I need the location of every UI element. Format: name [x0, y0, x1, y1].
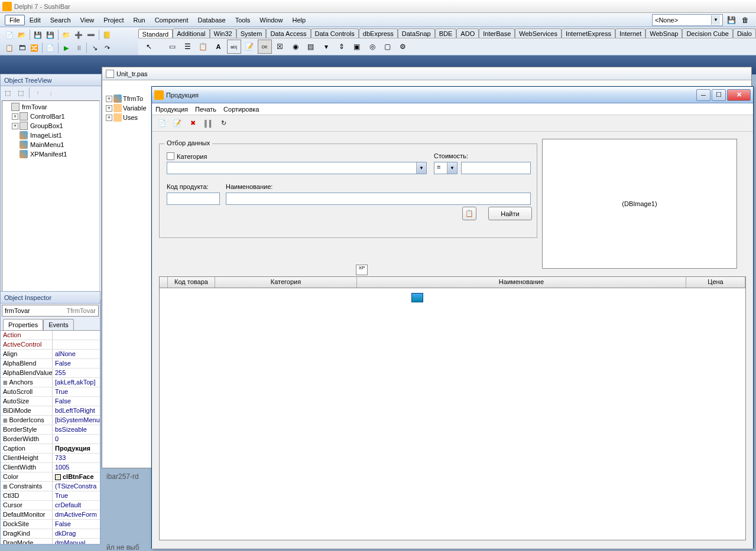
- menu-search[interactable]: Search: [46, 15, 76, 25]
- panel-icon[interactable]: ▢: [381, 40, 395, 54]
- desktop-combo[interactable]: <None> ▼: [652, 14, 723, 26]
- cost-input[interactable]: [461, 162, 531, 174]
- cost-operator-combo[interactable]: = ▼: [434, 162, 458, 174]
- tree-item-groupbox[interactable]: + GroupBox1: [4, 121, 98, 131]
- scrollbar-icon[interactable]: ⇕: [335, 40, 349, 54]
- grid-col-name[interactable]: Наименование: [357, 277, 686, 288]
- tab-internet[interactable]: Internet: [615, 28, 645, 38]
- tree-item-controlbar[interactable]: + ControlBar1: [4, 112, 98, 121]
- radiogroup-icon[interactable]: ◎: [365, 40, 379, 54]
- tree-btn2-icon[interactable]: ⬚: [15, 87, 27, 99]
- prop-value[interactable]: alNone: [53, 350, 100, 358]
- prop-value[interactable]: True: [53, 387, 100, 396]
- tab-dialogs[interactable]: Dialo: [733, 28, 756, 38]
- grid-col-category[interactable]: Категория: [215, 277, 357, 288]
- prop-row-align[interactable]: AlignalNone: [1, 350, 100, 359]
- prop-row-caption[interactable]: CaptionПродукция: [1, 444, 100, 454]
- save-all-icon[interactable]: 💾: [44, 29, 56, 41]
- toggle-icon[interactable]: 🔀: [28, 42, 40, 54]
- prop-row-activecontrol[interactable]: ActiveControl: [1, 340, 100, 350]
- remove-file-icon[interactable]: ➖: [85, 29, 97, 41]
- prop-row-color[interactable]: ColorclBtnFace: [1, 472, 100, 482]
- prop-value[interactable]: (TSizeConstra: [53, 482, 100, 491]
- menu-edit[interactable]: Edit: [25, 15, 46, 25]
- tree-up-icon[interactable]: ↑: [32, 87, 44, 99]
- tab-events[interactable]: Events: [43, 319, 74, 330]
- tab-standard[interactable]: Standard: [138, 29, 173, 38]
- mainmenu-icon[interactable]: ☰: [181, 40, 195, 54]
- prop-row-docksite[interactable]: DockSiteFalse: [1, 520, 100, 529]
- prop-row-constraints[interactable]: Constraints(TSizeConstra: [1, 482, 100, 491]
- open-project-icon[interactable]: 📁: [60, 29, 72, 41]
- close-button[interactable]: ✕: [727, 89, 751, 101]
- tab-ado[interactable]: ADO: [456, 28, 479, 38]
- form-menu-print[interactable]: Печать: [195, 106, 216, 113]
- tb-columns-icon[interactable]: ║║: [202, 117, 215, 130]
- tree-item-frmtovar[interactable]: frmTovar: [4, 102, 98, 112]
- grid-body[interactable]: [159, 288, 746, 540]
- form-menu-product[interactable]: Продукция: [155, 106, 188, 113]
- open-icon[interactable]: 📂: [16, 29, 28, 41]
- tab-interbase[interactable]: InterBase: [479, 28, 515, 38]
- expand-icon[interactable]: +: [106, 115, 112, 121]
- prop-value[interactable]: Продукция: [53, 444, 100, 453]
- menu-view[interactable]: View: [76, 15, 99, 25]
- run-icon[interactable]: ▶: [60, 42, 72, 54]
- tab-bde[interactable]: BDE: [435, 28, 457, 38]
- tree-btn1-icon[interactable]: ⬚: [2, 87, 14, 99]
- tab-data-access[interactable]: Data Access: [266, 28, 310, 38]
- prop-row-dragmode[interactable]: DragModedmManual: [1, 539, 100, 544]
- menu-run[interactable]: Run: [128, 15, 150, 25]
- tab-data-controls[interactable]: Data Controls: [311, 28, 359, 38]
- new-icon[interactable]: 📄: [4, 29, 15, 41]
- prop-value[interactable]: [akLeft,akTop]: [53, 378, 100, 387]
- prop-value[interactable]: False: [53, 520, 100, 529]
- new-form-icon[interactable]: 📄: [44, 42, 56, 54]
- tab-webservices[interactable]: WebServices: [515, 28, 562, 38]
- code-editor-titlebar[interactable]: Unit_tr.pas: [102, 67, 751, 80]
- frames-icon[interactable]: ▭: [166, 40, 180, 54]
- prop-value[interactable]: 1005: [53, 463, 100, 472]
- combobox-icon[interactable]: ▾: [319, 40, 333, 54]
- find-button[interactable]: Найти: [488, 207, 532, 220]
- minimize-button[interactable]: ─: [696, 89, 710, 101]
- menu-project[interactable]: Project: [99, 15, 128, 25]
- prop-row-anchors[interactable]: Anchors[akLeft,akTop]: [1, 378, 100, 387]
- help-icon[interactable]: 📒: [101, 29, 113, 41]
- prop-value[interactable]: [53, 331, 100, 340]
- tab-dbexpress[interactable]: dbExpress: [359, 28, 398, 38]
- menu-tools[interactable]: Tools: [231, 15, 255, 25]
- prop-value[interactable]: [53, 340, 100, 349]
- trace-into-icon[interactable]: ↘: [89, 42, 100, 54]
- menu-help[interactable]: Help: [287, 15, 310, 25]
- prop-row-clientheight[interactable]: ClientHeight733: [1, 454, 100, 463]
- tree-down-icon[interactable]: ↓: [45, 87, 57, 99]
- prop-row-defaultmonitor[interactable]: DefaultMonitordmActiveForm: [1, 510, 100, 520]
- inspector-grid[interactable]: ActionActiveControlAlignalNoneAlphaBlend…: [1, 330, 100, 544]
- menu-file[interactable]: File: [5, 15, 25, 25]
- prop-value[interactable]: clBtnFace: [53, 472, 100, 481]
- prop-row-bordericons[interactable]: BorderIcons[biSystemMenu: [1, 416, 100, 425]
- tree-body[interactable]: frmTovar + ControlBar1 + GroupBox1 Image…: [2, 100, 100, 299]
- prop-value[interactable]: 0: [53, 435, 100, 444]
- radiobutton-icon[interactable]: ◉: [288, 40, 303, 54]
- expand-icon[interactable]: +: [12, 123, 18, 129]
- edit-icon[interactable]: ab|: [227, 40, 241, 54]
- grid-col-price[interactable]: Цена: [686, 277, 745, 288]
- pause-icon[interactable]: ⏸: [73, 42, 85, 54]
- tree-item-imagelist[interactable]: ImageList1: [4, 131, 98, 140]
- tree-item-xpmanifest[interactable]: XPManifest1: [4, 149, 98, 159]
- dbimage-placeholder[interactable]: (DBImage1): [542, 139, 737, 269]
- save-desktop-icon[interactable]: 💾: [725, 14, 737, 26]
- prop-row-autosize[interactable]: AutoSizeFalse: [1, 397, 100, 406]
- label-icon[interactable]: A: [212, 40, 226, 54]
- menu-component[interactable]: Component: [150, 15, 193, 25]
- groupbox-icon[interactable]: ▣: [350, 40, 364, 54]
- memo-icon[interactable]: 📝: [242, 40, 257, 54]
- prop-row-dragkind[interactable]: DragKinddkDrag: [1, 529, 100, 539]
- form-menu-sort[interactable]: Сортировка: [223, 106, 259, 113]
- step-over-icon[interactable]: ↷: [101, 42, 113, 54]
- name-input[interactable]: [226, 193, 531, 205]
- tb-new-icon[interactable]: 📄: [155, 117, 168, 130]
- prop-row-ctl3d[interactable]: Ctl3DTrue: [1, 491, 100, 501]
